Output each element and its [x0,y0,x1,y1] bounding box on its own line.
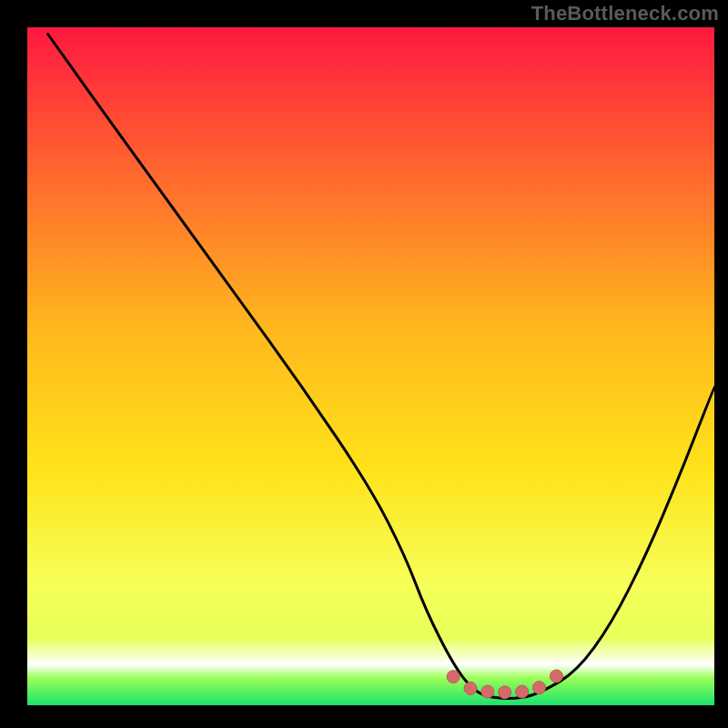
optimal-point [447,671,460,683]
chart-svg [0,0,728,728]
optimal-point [533,682,546,694]
optimal-point [499,686,511,699]
watermark-text: TheBottleneck.com [531,2,719,25]
optimal-point [516,685,529,698]
optimal-point [481,685,494,698]
chart-root: TheBottleneck.com [0,0,728,728]
optimal-point [550,670,562,682]
optimal-point [464,682,477,694]
plot-area [27,27,714,705]
gradient-background [27,27,714,705]
